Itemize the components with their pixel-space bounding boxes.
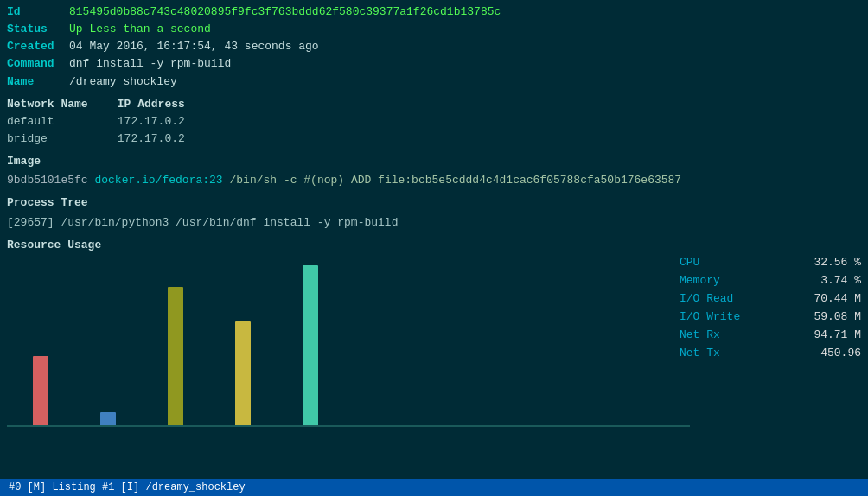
image-path: docker.io/fedora:23	[94, 174, 222, 187]
network-section: Network Name IP Address default 172.17.0…	[7, 96, 861, 148]
command-row: Command dnf install -y rpm-build	[7, 55, 861, 73]
resource-section: Resource Usage CPU 32.56	[7, 237, 861, 427]
image-section: Image 9bdb5101e5fc docker.io/fedora:23 /…	[7, 153, 861, 189]
resource-header: Resource Usage	[7, 237, 861, 254]
bottom-bar: #0 [M] Listing #1 [I] /dreamy_shockley	[0, 479, 868, 496]
name-label: Name	[7, 73, 69, 91]
status-row: Status Up Less than a second	[7, 21, 861, 38]
network-ip-1: 172.17.0.2	[118, 132, 185, 145]
name-value: /dreamy_shockley	[69, 73, 177, 91]
stats-label-0: CPU	[680, 254, 699, 271]
bar-io-write	[235, 321, 251, 425]
network-row-1: bridge 172.17.0.2	[7, 130, 861, 148]
stats-value-5: 450.96	[820, 345, 861, 362]
process-section: Process Tree [29657] /usr/bin/python3 /u…	[7, 194, 861, 231]
id-value: 815495d0b88c743c48020895f9fc3f763bddd62f…	[69, 3, 501, 21]
stats-row-4: Net Rx 94.71 M	[680, 327, 861, 344]
stats-value-1: 3.74 %	[820, 272, 861, 289]
bar-io-read	[168, 287, 183, 425]
name-row: Name /dreamy_shockley	[7, 73, 861, 91]
stats-label-4: Net Rx	[680, 327, 720, 344]
stats-row-0: CPU 32.56 %	[680, 254, 861, 271]
network-name-0: default	[7, 113, 111, 130]
created-label: Created	[7, 38, 69, 55]
status-label: Status	[7, 21, 69, 38]
bar-cpu	[33, 356, 48, 425]
command-value: dnf install -y rpm-build	[69, 55, 231, 73]
process-row: [29657] /usr/bin/python3 /usr/bin/dnf in…	[7, 214, 861, 232]
bars-container	[7, 263, 690, 425]
stats-row-5: Net Tx 450.96	[680, 345, 861, 362]
image-row: 9bdb5101e5fc docker.io/fedora:23 /bin/sh…	[7, 172, 861, 189]
stats-label-1: Memory	[680, 272, 720, 289]
command-label: Command	[7, 55, 69, 73]
id-label: Id	[7, 3, 69, 21]
status-value: Up Less than a second	[69, 21, 211, 38]
stats-panel: CPU 32.56 % Memory 3.74 % I/O Read 70.44…	[680, 254, 861, 364]
stats-row-2: I/O Read 70.44 M	[680, 290, 861, 308]
network-header-row: Network Name IP Address	[7, 96, 861, 113]
stats-value-3: 59.08 M	[814, 308, 861, 326]
bar-net-rx	[303, 265, 318, 425]
stats-row-3: I/O Write 59.08 M	[680, 308, 861, 326]
chart-container	[7, 263, 690, 427]
stats-row-1: Memory 3.74 %	[680, 272, 861, 289]
image-header: Image	[7, 153, 861, 170]
bar-memory	[100, 412, 116, 425]
created-value: 04 May 2016, 16:17:54, 43 seconds ago	[69, 38, 319, 55]
id-row: Id 815495d0b88c743c48020895f9fc3f763bddd…	[7, 3, 861, 21]
process-header: Process Tree	[7, 194, 861, 212]
network-ip-header: IP Address	[118, 98, 185, 111]
stats-label-5: Net Tx	[680, 345, 720, 362]
chart-baseline	[7, 425, 690, 427]
stats-label-3: I/O Write	[680, 308, 740, 326]
bottom-bar-text: #0 [M] Listing #1 [I] /dreamy_shockley	[9, 481, 246, 493]
stats-value-2: 70.44 M	[814, 290, 861, 308]
network-name-header: Network Name	[7, 96, 111, 113]
stats-value-4: 94.71 M	[814, 327, 861, 344]
created-row: Created 04 May 2016, 16:17:54, 43 second…	[7, 38, 861, 55]
stats-label-2: I/O Read	[680, 290, 733, 308]
main-content: Id 815495d0b88c743c48020895f9fc3f763bddd…	[0, 0, 868, 430]
stats-value-0: 32.56 %	[814, 254, 861, 271]
image-hash: 9bdb5101e5fc	[7, 174, 88, 187]
network-name-1: bridge	[7, 130, 111, 148]
network-row-0: default 172.17.0.2	[7, 113, 861, 130]
image-cmd: /bin/sh -c #(nop) ADD file:bcb5e5cddd4c4…	[229, 174, 681, 187]
network-ip-0: 172.17.0.2	[118, 115, 185, 128]
